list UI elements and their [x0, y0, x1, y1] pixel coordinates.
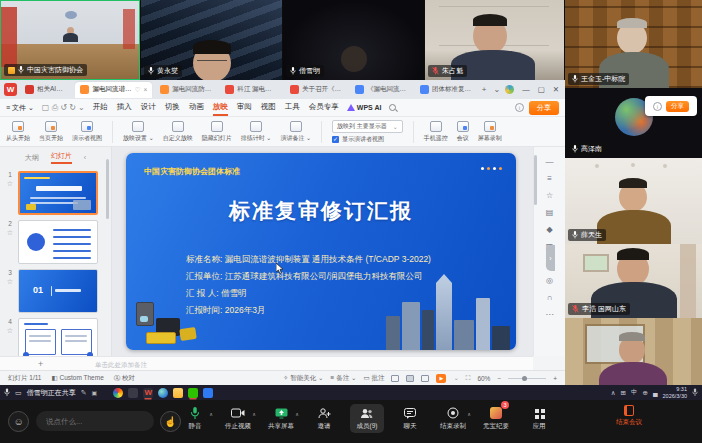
invite-button[interactable]: 邀请 — [307, 404, 341, 433]
show-settings-button[interactable]: 放映设置 ⌄ — [123, 121, 154, 143]
menu-member[interactable]: 会员专享 — [309, 100, 339, 116]
annotate-pencil-icon[interactable]: ✎ — [81, 389, 87, 397]
close-window-button[interactable]: ✕ — [553, 85, 559, 94]
speaker-notes-button[interactable]: 演讲备注 ⌄ — [280, 121, 311, 143]
help-icon[interactable]: ◎ — [546, 276, 553, 285]
menu-review[interactable]: 审阅 — [237, 100, 252, 116]
play-from-current-button[interactable]: 当页开始 — [39, 121, 63, 143]
hide-slide-button[interactable]: 隐藏幻灯片 — [202, 121, 232, 143]
mute-button[interactable]: ∧ 静音 — [178, 404, 212, 433]
taskbar-app-dark-icon[interactable] — [128, 388, 138, 398]
share-screen-button[interactable]: ∧ 共享屏幕 — [264, 404, 298, 433]
video-tile-xue[interactable]: 薛天生 — [565, 158, 702, 244]
add-slide-button[interactable]: + — [38, 359, 43, 369]
share-toolbar-icon[interactable]: ▣ — [92, 389, 98, 396]
menu-tools[interactable]: 工具 — [285, 100, 300, 116]
info-icon[interactable]: i — [653, 102, 662, 111]
panel-expand-handle[interactable]: › — [546, 245, 555, 271]
zoom-slider[interactable] — [508, 378, 546, 379]
end-meeting-button[interactable]: 结束会议 — [616, 405, 642, 427]
slides-tab[interactable]: 幻灯片 — [51, 151, 72, 164]
beautify-button[interactable]: ✧ 智能美化 ⌄ — [283, 374, 324, 383]
document-tab-7[interactable]: 团体标准复审表 — [415, 82, 477, 98]
document-tab-4[interactable]: 科江 漏电回流谐波 — [220, 82, 282, 98]
video-tile-wang[interactable]: 王金玉-中标院 — [565, 0, 702, 88]
members-button[interactable]: 成员(9) — [350, 404, 384, 433]
slide-thumb-row-3[interactable]: 3☆ 01 — [5, 269, 108, 313]
play-options-icon[interactable]: ⌄ — [453, 374, 458, 382]
comments-button[interactable]: ▭ 批注 — [363, 374, 384, 383]
menu-slideshow-active[interactable]: 放映 — [213, 100, 228, 116]
star-icon[interactable]: ☆ — [7, 180, 13, 188]
slide-thumbnail-1-selected[interactable] — [18, 171, 98, 215]
document-tab-2-active[interactable]: 漏电回流谐波抑制装置♡× — [75, 82, 152, 98]
favorite-icon[interactable]: ☆ — [546, 191, 553, 200]
fullscreen-icon[interactable]: ⛶ — [466, 374, 471, 382]
tray-expand-icon[interactable]: ∧ — [611, 389, 616, 397]
collapse-panel-icon[interactable]: ‹ — [84, 154, 86, 161]
video-tile-huang[interactable]: 黄永燮 — [141, 0, 282, 80]
proofread-button[interactable]: Ⓐ 校对 — [114, 374, 135, 383]
taskbar-meeting-app-icon[interactable] — [203, 388, 213, 398]
share-doc-icon[interactable]: ≡ — [547, 174, 552, 183]
favorite-heart-icon[interactable]: ♡ — [135, 86, 141, 94]
restore-button[interactable]: ▢ — [538, 85, 545, 94]
record-options-caret[interactable]: ∧ — [467, 411, 471, 417]
video-tile-seng[interactable]: 僧雪明 — [283, 0, 424, 80]
star-icon[interactable]: ☆ — [7, 278, 13, 286]
document-tab-6[interactable]: 《漏电回流防治》 — [350, 82, 412, 98]
minimize-button[interactable]: — — [522, 85, 530, 94]
new-tab-button[interactable]: + — [480, 85, 489, 94]
video-options-caret[interactable]: ∧ — [252, 411, 256, 417]
copy-style-icon[interactable]: ▤ — [546, 208, 554, 217]
video-tile-zhu[interactable]: 朱占魁 — [425, 0, 564, 80]
stop-video-button[interactable]: ∧ 停止视频 — [221, 404, 255, 433]
theme-button[interactable]: ◧ Custom Theme — [51, 374, 103, 382]
taskbar-wps-icon[interactable]: W — [143, 388, 153, 398]
slide-thumbnail-2[interactable] — [18, 220, 98, 264]
reading-view-icon[interactable] — [421, 375, 429, 382]
screen-share-icon[interactable]: ▭ — [15, 389, 22, 397]
tray-widget-icon[interactable]: ⊞ — [621, 389, 626, 397]
document-tab-1[interactable]: 相关AI资料 — [20, 82, 72, 98]
tray-mic-icon[interactable] — [692, 388, 698, 397]
star-icon[interactable]: ☆ — [7, 229, 13, 237]
taskbar-wechat-icon[interactable] — [188, 388, 198, 398]
menu-view[interactable]: 视图 — [261, 100, 276, 116]
tray-clock[interactable]: 9:31 2026/3/30 — [663, 386, 687, 399]
taskbar-mic-icon[interactable] — [4, 388, 10, 397]
float-share-button[interactable]: 分享 — [666, 101, 689, 112]
apps-button[interactable]: 应用 — [522, 404, 556, 433]
video-tile-lihao[interactable]: 李浩 国网山东 — [565, 244, 702, 318]
menu-animation[interactable]: 动画 — [189, 100, 204, 116]
slide-thumbnail-3[interactable]: 01 — [18, 269, 98, 313]
sharing-status-text[interactable]: 僧雪明正在共享 — [27, 388, 76, 398]
menu-insert[interactable]: 插入 — [117, 100, 132, 116]
taskbar-app-colorful-icon[interactable] — [113, 388, 123, 398]
file-menu[interactable]: ≡ 文件 ⌄ — [6, 103, 34, 113]
current-slide[interactable]: 中国灾害防御协会团体标准 标准复审修订汇报 标准名称: 漏电回流谐波抑制装置 通… — [126, 153, 516, 350]
search-icon[interactable] — [389, 104, 396, 111]
slide-scrollbar[interactable] — [534, 155, 537, 205]
slideshow-play-button[interactable]: ▶ — [436, 374, 446, 383]
tab-list-dropdown-icon[interactable]: ⌄ — [491, 85, 502, 94]
slide-thumb-row-4[interactable]: 4☆ — [5, 318, 108, 357]
phone-remote-button[interactable]: 手机遥控 — [424, 121, 448, 143]
presenter-view-button[interactable]: 演示者视图 — [72, 121, 102, 143]
video-tile-cadp[interactable]: 中国灾害防御协会 — [0, 0, 140, 80]
ai-assist-icon[interactable]: ◆ — [546, 225, 552, 234]
volume-icon[interactable]: ▄ — [653, 389, 658, 396]
outline-tab[interactable]: 大纲 — [25, 153, 39, 163]
chat-button[interactable]: 聊天 — [393, 404, 427, 433]
share-options-caret[interactable]: ∧ — [295, 411, 299, 417]
play-from-start-button[interactable]: 从头开始 — [6, 121, 30, 143]
chat-quick-input[interactable] — [36, 411, 154, 431]
yuanbao-notes-button[interactable]: 3 元宝纪要 — [479, 404, 513, 433]
headset-support-icon[interactable]: ∩ — [547, 293, 553, 302]
network-icon[interactable]: ⊕ — [642, 389, 647, 397]
quick-toolbar-icons[interactable]: ▢ ⎙ ↺ ↻ ⌄ — [42, 103, 85, 113]
rehearse-timing-button[interactable]: 排练计时 ⌄ — [241, 121, 272, 143]
taskbar-folder-icon[interactable] — [173, 388, 183, 398]
menu-design[interactable]: 设计 — [141, 100, 156, 116]
menu-home[interactable]: 开始 — [93, 100, 108, 116]
